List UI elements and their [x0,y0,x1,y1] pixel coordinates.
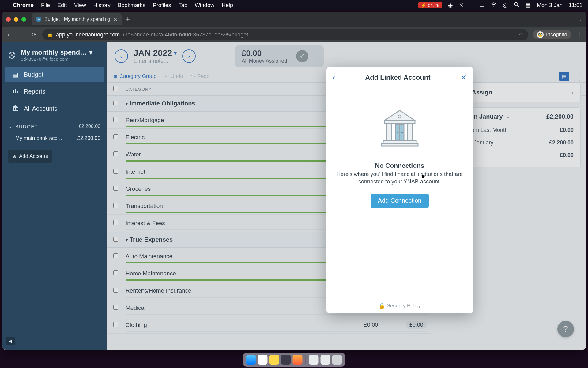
bank-icon [12,105,19,113]
category-name: Clothing [126,322,329,328]
chrome-menu-icon[interactable]: ⋮ [576,31,582,39]
nav-reports[interactable]: Reports [5,84,104,99]
window-close[interactable] [6,17,11,22]
to-be-budgeted-card[interactable]: £0.00 All Money Assigned ✓ [235,45,324,67]
dock-chrome-icon[interactable] [258,355,268,365]
incognito-badge[interactable]: 🥸 Incognito [533,30,571,39]
month-picker[interactable]: JAN 2022 ▾ [134,48,177,58]
dock-app-icon[interactable] [293,355,303,365]
nav-reload-icon[interactable]: ⟳ [30,31,38,38]
battery-warning[interactable]: ⚡01:25 [418,2,442,8]
new-tab-button[interactable]: + [126,15,130,23]
address-bar[interactable]: 🔒 app.youneedabudget.com/3a8bbdae-d62a-4… [42,29,528,40]
menu-tab[interactable]: Tab [179,2,187,9]
spotlight-icon[interactable] [514,2,519,9]
status-icon-3[interactable]: ∴ [470,2,473,9]
month-note-input[interactable]: Enter a note... [134,58,177,64]
menu-profiles[interactable]: Profiles [153,2,171,9]
menu-view[interactable]: View [74,2,86,9]
no-connections-subtitle: Here's where you'll find financial insti… [336,171,464,186]
inspector-line-amount: £0.00 [560,127,574,133]
progress-bar [126,331,427,332]
bank-illustration-icon [378,107,421,147]
category-name: Water [126,151,329,158]
chart-icon [12,88,19,95]
dock-finder-icon[interactable] [246,355,256,365]
add-connection-button[interactable]: Add Connection [371,194,429,208]
category-checkbox[interactable] [113,117,118,122]
category-checkbox[interactable] [113,322,118,327]
category-row[interactable]: Clothing£0.00£0.00 [107,316,433,334]
plus-circle-icon: ⊕ [113,73,118,80]
category-checkbox[interactable] [113,305,118,310]
category-checkbox[interactable] [113,288,118,293]
dock-doc-icon[interactable] [309,355,319,365]
wifi-icon[interactable] [491,2,497,9]
nav-budget[interactable]: ▦ Budget [5,67,104,82]
window-minimize[interactable] [14,17,18,22]
tabs-expand-icon[interactable]: ⌄ [577,16,582,23]
dock-terminal-icon[interactable] [281,355,291,365]
security-policy-link[interactable]: Security Policy [387,303,421,309]
menu-history[interactable]: History [93,2,111,9]
menu-edit[interactable]: Edit [57,2,67,9]
nav-all-accounts[interactable]: All Accounts [5,101,104,117]
dock-trash-icon[interactable] [332,355,342,365]
menu-file[interactable]: File [41,2,50,9]
view-toggle: ▤ ≡ [559,72,580,81]
menu-bookmarks[interactable]: Bookmarks [118,2,145,9]
add-category-group-button[interactable]: ⊕Category Group [113,73,156,80]
category-checkbox[interactable] [113,203,118,208]
menubar-time[interactable]: 11:01 [569,2,582,9]
category-checkbox[interactable] [113,270,118,275]
siri-icon[interactable]: ▤ [526,2,531,9]
view-card-icon[interactable]: ▤ [559,72,569,81]
group-checkbox[interactable] [113,237,118,242]
nav-budget-label: Budget [24,71,43,78]
browser-tab[interactable]: ✲ Budget | My monthly spending ✕ [32,13,122,25]
menu-help[interactable]: Help [222,2,233,9]
select-all-checkbox[interactable] [113,86,118,91]
control-center-icon[interactable]: ◎ [503,2,508,9]
svg-rect-6 [17,91,18,93]
dialog-close-button[interactable]: ✕ [461,73,467,82]
window-zoom[interactable] [21,17,26,22]
category-checkbox[interactable] [113,134,118,139]
dock-folder-icon[interactable] [321,355,330,365]
sidebar-collapse-button[interactable]: ◀ [6,337,15,345]
status-icon-1[interactable]: ◉ [448,2,453,9]
undo-icon: ↶ [164,73,169,80]
url-domain: app.youneedabudget.com [56,32,120,38]
category-checkbox[interactable] [113,220,118,225]
dock-notes-icon[interactable] [270,355,279,365]
lock-icon[interactable]: 🔒 [47,32,53,37]
menu-window[interactable]: Window [195,2,214,9]
redo-button: ↷Redo [191,73,210,80]
nav-back-icon[interactable]: ← [6,31,13,38]
category-checkbox[interactable] [113,169,118,174]
svg-rect-5 [15,89,16,93]
tab-close-icon[interactable]: ✕ [113,17,117,22]
dialog-back-button[interactable]: ‹ [333,73,335,82]
sidebar-account[interactable]: My main bank acc… £2,200.00 [2,132,107,144]
view-list-icon[interactable]: ≡ [569,72,580,81]
battery-icon[interactable]: ▭ [479,2,484,9]
next-month-button[interactable]: › [182,49,196,63]
help-button[interactable]: ? [557,321,574,337]
tbb-amount: £0.00 [242,48,287,58]
bookmark-star-icon[interactable]: ☆ [518,31,523,38]
category-checkbox[interactable] [113,151,118,156]
menubar-date[interactable]: Mon 3 Jan [537,2,563,9]
category-checkbox[interactable] [113,186,118,191]
dialog-header: ‹ Add Linked Account ✕ [326,67,473,88]
sidebar-section-budget[interactable]: ⌄ BUDGET £2,200.00 [2,117,107,132]
add-account-button[interactable]: ⊕ Add Account [8,150,52,163]
budget-switcher[interactable]: My monthly spend… ▾ 5d485270@uifeed.com [2,47,107,66]
category-name: Home Maintenance [126,270,329,277]
prev-month-button[interactable]: ‹ [115,49,128,63]
status-icon-2[interactable]: ✕ [459,2,464,9]
menubar-app-name[interactable]: Chrome [13,2,34,9]
category-name: Rent/Mortgage [126,117,329,124]
group-checkbox[interactable] [113,101,118,105]
category-checkbox[interactable] [113,253,118,258]
